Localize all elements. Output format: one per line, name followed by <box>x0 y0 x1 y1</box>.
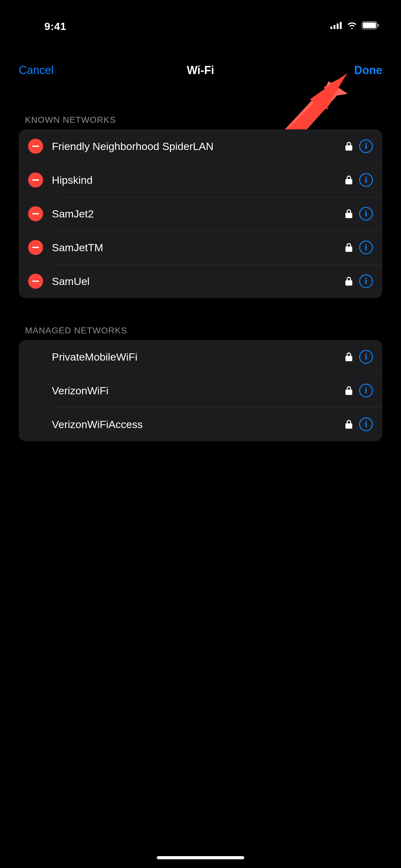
svg-rect-0 <box>330 27 332 29</box>
status-time: 9:41 <box>44 20 66 32</box>
lock-icon <box>345 243 352 252</box>
cancel-button[interactable]: Cancel <box>19 64 54 77</box>
delete-button[interactable] <box>28 173 43 187</box>
svg-rect-6 <box>377 24 379 27</box>
lock-icon <box>345 209 352 218</box>
lock-icon <box>345 142 352 151</box>
minus-icon <box>32 179 39 181</box>
page-title: Wi-Fi <box>187 64 214 77</box>
minus-icon <box>32 213 39 214</box>
delete-button[interactable] <box>28 206 43 221</box>
status-indicators <box>330 21 379 31</box>
info-icon: i <box>365 209 367 218</box>
lock-icon <box>345 277 352 286</box>
info-icon: i <box>365 352 367 361</box>
network-name-label: VerizonWiFiAccess <box>52 418 340 431</box>
network-row[interactable]: SamJetTM i <box>19 230 382 264</box>
section-header-managed: MANAGED NETWORKS <box>19 317 382 340</box>
info-icon: i <box>365 243 367 251</box>
managed-networks-group: PrivateMobileWiFi i VerizonWiFi i Verizo… <box>19 340 382 441</box>
row-accessories: i <box>345 350 373 364</box>
lock-icon <box>345 176 352 184</box>
wifi-icon <box>347 22 357 30</box>
section-header-known: KNOWN NETWORKS <box>19 106 382 129</box>
info-icon: i <box>365 420 367 428</box>
info-button[interactable]: i <box>359 417 373 431</box>
minus-icon <box>32 146 39 147</box>
network-name-label: VerizonWiFi <box>52 384 340 397</box>
info-icon: i <box>365 142 367 150</box>
cellular-icon <box>330 22 342 30</box>
row-accessories: i <box>345 417 373 431</box>
info-icon: i <box>365 175 367 184</box>
lock-icon <box>345 386 352 395</box>
minus-icon <box>32 247 39 248</box>
network-name-label: SamJetTM <box>52 242 340 254</box>
lock-icon <box>345 352 352 361</box>
delete-button[interactable] <box>28 139 43 154</box>
delete-button[interactable] <box>28 240 43 255</box>
network-row[interactable]: Hipskind i <box>19 163 382 197</box>
network-name-label: PrivateMobileWiFi <box>52 351 340 363</box>
network-row[interactable]: SamUel i <box>19 264 382 298</box>
done-button[interactable]: Done <box>354 64 382 77</box>
row-accessories: i <box>345 384 373 398</box>
network-row[interactable]: VerizonWiFiAccess i <box>19 407 382 441</box>
info-button[interactable]: i <box>359 207 373 221</box>
row-accessories: i <box>345 173 373 187</box>
network-name-label: Friendly Neighborhood SpiderLAN <box>52 140 340 153</box>
row-accessories: i <box>345 207 373 221</box>
info-icon: i <box>365 277 367 285</box>
network-name-label: Hipskind <box>52 174 340 186</box>
info-button[interactable]: i <box>359 173 373 187</box>
svg-rect-5 <box>363 23 376 28</box>
svg-rect-3 <box>340 22 342 29</box>
network-row[interactable]: Friendly Neighborhood SpiderLAN i <box>19 129 382 163</box>
info-button[interactable]: i <box>359 350 373 364</box>
network-row[interactable]: VerizonWiFi i <box>19 374 382 407</box>
screen: 9:41 Cancel Wi-Fi Done <box>0 0 401 868</box>
known-networks-group: Friendly Neighborhood SpiderLAN i Hipski… <box>19 129 382 298</box>
info-icon: i <box>365 386 367 395</box>
nav-bar: Cancel Wi-Fi Done <box>0 56 401 84</box>
network-row[interactable]: PrivateMobileWiFi i <box>19 340 382 374</box>
info-button[interactable]: i <box>359 274 373 288</box>
battery-icon <box>362 21 379 31</box>
delete-button[interactable] <box>28 274 43 289</box>
status-bar: 9:41 <box>0 0 401 50</box>
home-indicator <box>157 856 244 859</box>
network-name-label: SamJet2 <box>52 208 340 220</box>
lock-icon <box>345 420 352 429</box>
network-row[interactable]: SamJet2 i <box>19 197 382 230</box>
row-accessories: i <box>345 241 373 254</box>
content: KNOWN NETWORKS Friendly Neighborhood Spi… <box>0 106 401 441</box>
info-button[interactable]: i <box>359 140 373 153</box>
minus-icon <box>32 281 39 282</box>
info-button[interactable]: i <box>359 241 373 254</box>
network-name-label: SamUel <box>52 275 340 287</box>
row-accessories: i <box>345 140 373 153</box>
svg-rect-1 <box>334 25 335 29</box>
row-accessories: i <box>345 274 373 288</box>
info-button[interactable]: i <box>359 384 373 398</box>
svg-rect-2 <box>337 24 338 29</box>
